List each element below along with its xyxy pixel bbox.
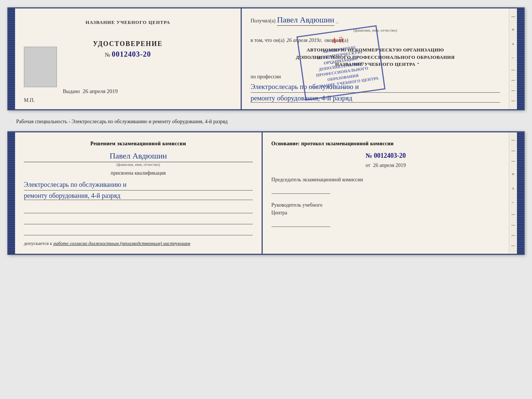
bottom-edge-mark-3 <box>511 161 515 161</box>
bottom-edge-text-arrow: ← <box>511 200 515 204</box>
protocol-number-label: № <box>366 152 372 159</box>
cert-number: 0012403-20 <box>112 50 151 58</box>
chairman-title: Председатель экзаменационной комиссии <box>272 176 500 184</box>
top-booklet: НАЗВАНИЕ УЧЕБНОГО ЦЕНТРА УДОСТОВЕРЕНИЕ №… <box>7 7 525 110</box>
photo-placeholder <box>24 47 57 87</box>
edge-mark-4 <box>511 90 515 91</box>
cert-number-label: № <box>105 51 110 58</box>
bottom-spine-right <box>517 132 524 254</box>
bottom-edge-text-a: а <box>512 186 514 190</box>
director-line2: Центра <box>272 210 287 215</box>
basis-title: Основание: протокол экзаменационной коми… <box>272 140 500 147</box>
description-text: Рабочая специальность - Электрослесарь п… <box>7 115 525 127</box>
edge-mark-3 <box>511 80 515 81</box>
protocol-date-value: 26 апреля 2019 <box>373 163 406 168</box>
bottom-right-edge-marks: и а ← <box>509 132 517 254</box>
edge-text-a: а <box>512 41 514 46</box>
left-page: НАЗВАНИЕ УЧЕБНОГО ЦЕНТРА УДОСТОВЕРЕНИЕ №… <box>15 8 242 109</box>
center-title: НАЗВАНИЕ УЧЕБНОГО ЦЕНТРА <box>86 19 170 25</box>
received-line: Получил(а) Павел Авдюшин _ <box>251 15 500 26</box>
permitted-text: работе согласно должностным (производств… <box>53 241 190 246</box>
qualification-line2: ремонту оборудования, 4-й разряд <box>24 192 253 200</box>
protocol-date: от 26 апреля 2019 <box>272 163 500 168</box>
chairman-sig-line <box>272 186 330 194</box>
right-edge-marks: и а ← <box>509 8 517 109</box>
sig-lines <box>24 205 253 235</box>
bottom-edge-mark-7 <box>511 246 515 246</box>
bottom-person-name: Павел Авдюшин <box>24 151 253 162</box>
edge-mark-1 <box>511 17 515 17</box>
stamp-overlay: 4-й АВТОНОМНУЮ НЕКОММЕРЧЕСКУЮ ОРГАНИЗАЦИ… <box>296 25 385 101</box>
spine-right <box>517 8 524 109</box>
page-wrapper: НАЗВАНИЕ УЧЕБНОГО ЦЕНТРА УДОСТОВЕРЕНИЕ №… <box>7 7 525 255</box>
assigned-label: присвоена квалификация <box>24 170 253 176</box>
bottom-left-page: Решением экзаменационной комиссии Павел … <box>15 132 263 254</box>
issued-line: Выдано 26 апреля 2019 <box>63 88 118 95</box>
sig-line-3 <box>24 227 253 235</box>
bottom-right-page: Основание: протокол экзаменационной коми… <box>263 132 509 254</box>
bottom-edge-mark-1 <box>511 140 515 140</box>
protocol-number: № 0012403-20 <box>272 152 500 160</box>
qualification-line1: Электрослесарь по обслуживанию и <box>24 179 253 191</box>
sig-line-2 <box>24 216 253 224</box>
bottom-spine-left <box>8 132 15 254</box>
bottom-edge-mark-6 <box>511 235 515 236</box>
mp-label: М.П. <box>24 97 35 103</box>
issued-date: 26 апреля 2019 <box>83 88 118 94</box>
director-title: Руководитель учебного Центра <box>272 201 500 217</box>
bottom-edge-text-i: и <box>512 171 514 176</box>
cert-title: УДОСТОВЕРЕНИЕ <box>93 40 163 48</box>
issued-label: Выдано <box>63 89 80 94</box>
in-that-label: в том, что он(а) <box>251 38 284 43</box>
recipient-name: Павел Авдюшин <box>277 15 334 26</box>
edge-mark-2 <box>511 70 515 70</box>
bottom-edge-mark-4 <box>511 214 515 215</box>
decision-title: Решением экзаменационной комиссии <box>24 140 253 147</box>
edge-text-i: и <box>512 27 514 31</box>
right-page: Получил(а) Павел Авдюшин _ (фамилия, имя… <box>242 8 509 109</box>
edge-text-arrow: ← <box>511 56 515 60</box>
permitted-label: допускается к работе согласно должностны… <box>24 241 253 246</box>
protocol-number-value: 0012403-20 <box>374 152 406 159</box>
edge-mark-5 <box>511 101 515 101</box>
spine-left <box>8 8 15 109</box>
booklet-inner: НАЗВАНИЕ УЧЕБНОГО ЦЕНТРА УДОСТОВЕРЕНИЕ №… <box>15 8 517 109</box>
permitted-prefix: допускается к <box>24 241 52 246</box>
profession-line2: ремонту оборудования, 4-й разряд <box>251 94 500 103</box>
director-line1: Руководитель учебного <box>272 202 323 208</box>
received-label: Получил(а) <box>251 18 276 24</box>
bottom-fio-label: (фамилия, имя, отчество) <box>24 162 253 167</box>
bottom-edge-mark-5 <box>511 225 515 225</box>
sig-line-1 <box>24 205 253 213</box>
bottom-booklet: Решением экзаменационной комиссии Павел … <box>7 131 525 255</box>
director-sig-line <box>272 219 330 227</box>
date-prefix: от <box>366 163 370 168</box>
bottom-edge-mark-2 <box>511 151 515 151</box>
